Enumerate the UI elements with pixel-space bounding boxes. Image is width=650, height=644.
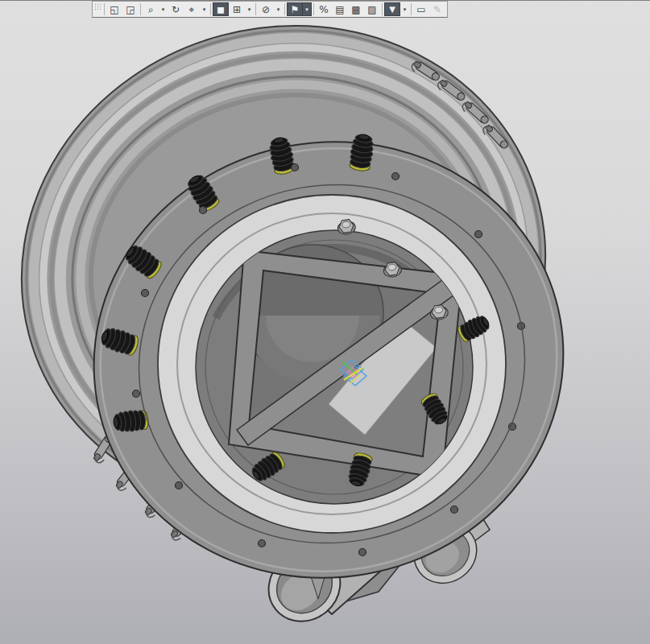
scene-lighting-icon: ▨ <box>367 5 376 14</box>
edit-appearance-button[interactable]: ⚑ <box>287 2 303 16</box>
appearance-flag-icon: ⚑ <box>291 5 300 14</box>
orbit-rotate-button[interactable]: ↻ <box>168 2 184 16</box>
display-style-wireframe-button[interactable]: ⊞ <box>229 2 245 16</box>
design-notebook-button[interactable]: ▤ <box>332 2 348 16</box>
hide-show-items-dropdown[interactable]: ▾ <box>274 2 283 16</box>
view-orientation-icon: ⌖ <box>189 5 195 14</box>
view-orientation-dropdown[interactable]: ▾ <box>200 2 209 16</box>
pen-icon: ✎ <box>433 5 441 14</box>
magnifier-button[interactable]: ⌕ <box>143 2 159 16</box>
orbit-rotate-icon: ↻ <box>172 5 180 14</box>
toolbar-separator <box>382 3 383 15</box>
section-view-button[interactable]: % <box>316 2 332 16</box>
zoom-to-area-button[interactable]: ◲ <box>122 2 139 16</box>
display-style-dropdown[interactable]: ▾ <box>245 2 254 16</box>
zoom-to-fit-icon: ◱ <box>110 5 118 14</box>
model-drum-assembly[interactable] <box>0 0 650 644</box>
notebook-icon: ▤ <box>335 5 344 14</box>
toolbar-separator <box>313 3 314 15</box>
measure-icon: ▭ <box>416 5 425 14</box>
section-view-icon: % <box>319 5 328 14</box>
toolbar-grip-handle[interactable] <box>94 3 101 10</box>
edit-appearance-dropdown[interactable]: ▾ <box>303 2 312 16</box>
toolbar-separator <box>210 3 211 15</box>
chevron-down-icon: ▾ <box>305 6 308 13</box>
magnifier-dropdown[interactable]: ▾ <box>159 2 168 16</box>
view-toolbar: ◱ ◲ ⌕ ▾ ↻ ⌖ ▾ ◼ ⊞ ▾ ⊘ ▾ ⚑ ▾ % ▤ ▩ ▨ ▼ ▾ … <box>92 1 448 18</box>
zoom-to-fit-button[interactable]: ◱ <box>106 2 122 16</box>
filter-funnel-icon: ▼ <box>389 6 395 14</box>
toolbar-separator <box>255 3 256 15</box>
chevron-down-icon: ▾ <box>203 6 206 13</box>
display-style-shaded-button[interactable]: ◼ <box>213 2 229 16</box>
cad-window: ◱ ◲ ⌕ ▾ ↻ ⌖ ▾ ◼ ⊞ ▾ ⊘ ▾ ⚑ ▾ % ▤ ▩ ▨ ▼ ▾ … <box>0 0 650 644</box>
toolbar-separator <box>140 3 141 15</box>
inner-square-frame[interactable] <box>229 245 462 478</box>
wireframe-icon: ⊞ <box>233 5 241 14</box>
hide-show-items-button[interactable]: ⊘ <box>258 2 274 16</box>
toolbar-separator <box>104 3 105 15</box>
view-orientation-button[interactable]: ⌖ <box>184 2 200 16</box>
measure-button[interactable]: ▭ <box>413 2 429 16</box>
annotate-pen-button[interactable]: ✎ <box>429 2 445 16</box>
chevron-down-icon: ▾ <box>404 6 407 13</box>
toolbar-separator <box>411 3 412 15</box>
scene-lighting-button[interactable]: ▨ <box>364 2 380 16</box>
toolbar-separator <box>284 3 285 15</box>
shaded-cube-icon: ◼ <box>217 5 225 14</box>
scene-appearance-button[interactable]: ▩ <box>348 2 364 16</box>
zoom-to-area-icon: ◲ <box>126 5 135 14</box>
magnifier-icon: ⌕ <box>148 5 154 14</box>
eye-slash-icon: ⊘ <box>262 5 270 14</box>
viewport-3d[interactable]: ◱ ◲ ⌕ ▾ ↻ ⌖ ▾ ◼ ⊞ ▾ ⊘ ▾ ⚑ ▾ % ▤ ▩ ▨ ▼ ▾ … <box>0 0 650 644</box>
chevron-down-icon: ▾ <box>248 6 251 13</box>
selection-filter-button[interactable]: ▼ <box>384 2 400 16</box>
chevron-down-icon: ▾ <box>277 6 280 13</box>
scene-appearance-icon: ▩ <box>351 5 360 14</box>
selection-filter-dropdown[interactable]: ▾ <box>400 2 409 16</box>
chevron-down-icon: ▾ <box>162 6 165 13</box>
